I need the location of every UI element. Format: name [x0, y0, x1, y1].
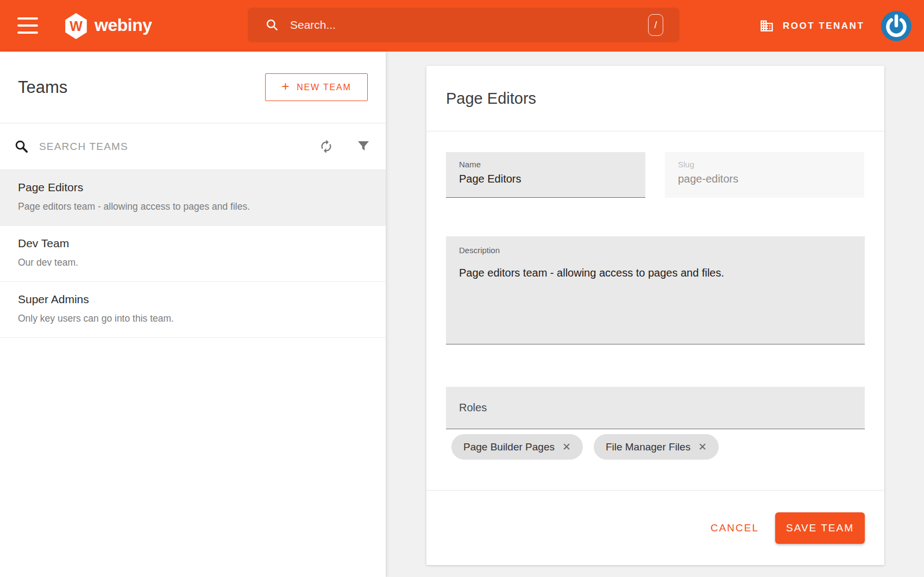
user-avatar[interactable]: [881, 11, 912, 41]
refresh-icon[interactable]: [319, 139, 334, 154]
team-detail-title: Page Editors: [446, 90, 536, 108]
logo-letter: W: [70, 18, 83, 34]
team-row-dev-team[interactable]: Dev Team Our dev team.: [0, 226, 386, 282]
description-input[interactable]: Page editors team - allowing access to p…: [459, 267, 852, 332]
team-row-super-admins[interactable]: Super Admins Only key users can go into …: [0, 282, 386, 338]
hamburger-menu-icon[interactable]: [17, 17, 38, 34]
slash-shortcut-badge: /: [648, 14, 663, 36]
team-description: Page editors team - allowing access to p…: [18, 201, 368, 212]
team-detail-header: Page Editors: [426, 66, 884, 131]
slug-field: Slug: [665, 152, 864, 198]
team-description: Only key users can go into this team.: [18, 313, 368, 324]
role-chip-file-manager-files: File Manager Files ✕: [594, 434, 719, 460]
form-actions: CANCEL SAVE TEAM: [426, 490, 884, 565]
teams-search-row: [0, 123, 386, 170]
roles-chips: Page Builder Pages ✕ File Manager Files …: [446, 434, 865, 460]
cancel-button[interactable]: CANCEL: [711, 522, 759, 534]
tenant-selector[interactable]: ROOT TENANT: [759, 0, 864, 52]
app-header: W webiny / ROOT TENANT: [0, 0, 924, 52]
search-icon: [14, 139, 29, 154]
chip-close-icon[interactable]: ✕: [562, 441, 571, 453]
new-team-button[interactable]: + NEW TEAM: [265, 73, 368, 101]
teams-list-panel: Teams + NEW TEAM Page Editors: [0, 52, 386, 577]
team-detail-card: Page Editors Name Slug Description Page …: [426, 66, 884, 565]
new-team-button-label: NEW TEAM: [297, 83, 351, 92]
page-title: Teams: [18, 78, 67, 97]
slug-input: [678, 173, 851, 185]
brand-wordmark: webiny: [95, 15, 152, 35]
team-name: Page Editors: [18, 181, 368, 194]
global-search-input[interactable]: [290, 18, 648, 32]
teams-search-input[interactable]: [39, 141, 319, 153]
roles-label: Roles: [459, 402, 487, 414]
name-label: Name: [459, 160, 632, 169]
roles-field[interactable]: Roles: [446, 387, 865, 429]
power-avatar-icon: [881, 11, 912, 41]
description-field[interactable]: Description Page editors team - allowing…: [446, 236, 865, 344]
slug-label: Slug: [678, 160, 851, 169]
name-field[interactable]: Name: [446, 152, 645, 198]
save-team-button[interactable]: SAVE TEAM: [775, 512, 865, 544]
filter-icon[interactable]: [357, 141, 369, 153]
detail-area: Page Editors Name Slug Description Page …: [386, 52, 924, 577]
chip-label: Page Builder Pages: [463, 441, 555, 453]
webiny-logo-icon[interactable]: W: [64, 13, 88, 39]
name-input[interactable]: [459, 173, 632, 185]
teams-list-header: Teams + NEW TEAM: [0, 52, 386, 123]
building-icon: [759, 18, 774, 33]
team-description: Our dev team.: [18, 257, 368, 268]
search-icon: [265, 18, 279, 32]
team-row-page-editors[interactable]: Page Editors Page editors team - allowin…: [0, 170, 386, 226]
team-name: Super Admins: [18, 293, 368, 306]
chip-label: File Manager Files: [606, 441, 690, 453]
role-chip-page-builder-pages: Page Builder Pages ✕: [451, 434, 583, 460]
chip-close-icon[interactable]: ✕: [698, 441, 707, 453]
plus-icon: +: [281, 79, 290, 94]
tenant-label: ROOT TENANT: [783, 21, 864, 32]
description-label: Description: [459, 246, 852, 255]
team-name: Dev Team: [18, 237, 368, 250]
global-search-bar[interactable]: /: [248, 8, 680, 42]
